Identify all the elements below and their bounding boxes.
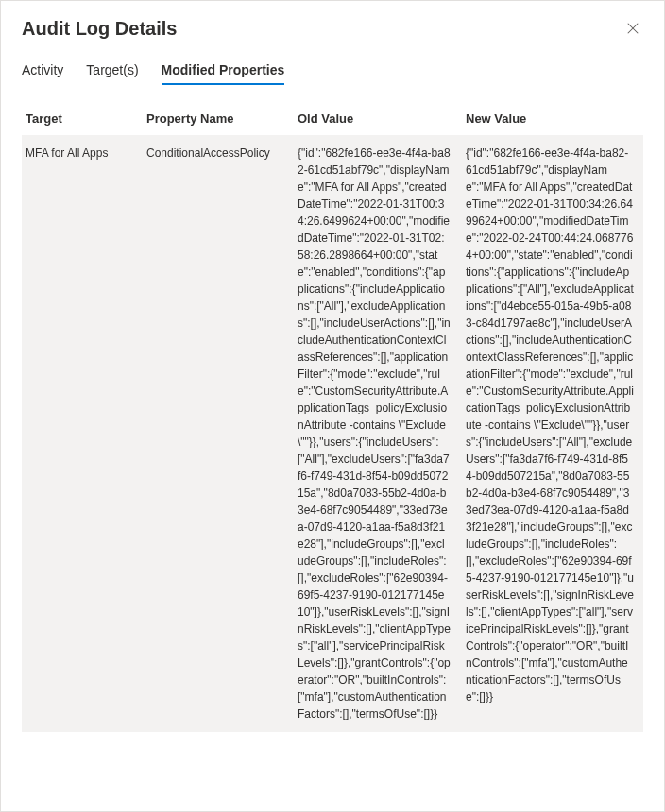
- panel-header: Audit Log Details: [22, 18, 643, 42]
- close-button[interactable]: [622, 18, 643, 42]
- close-icon: [626, 22, 639, 38]
- tab-activity[interactable]: Activity: [22, 62, 63, 85]
- col-header-property-name: Property Name: [146, 111, 298, 126]
- tab-bar: Activity Target(s) Modified Properties: [22, 62, 643, 85]
- table-row: MFA for All Apps ConditionalAccessPolicy…: [22, 135, 643, 732]
- col-header-new-value: New Value: [466, 111, 634, 126]
- tab-targets[interactable]: Target(s): [86, 62, 138, 85]
- cell-new-value: {"id":"682fe166-ee3e-4f4a-ba82-61cd51abf…: [466, 144, 634, 705]
- audit-log-details-panel: Audit Log Details Activity Target(s) Mod…: [1, 1, 664, 811]
- cell-old-value: {"id":"682fe166-ee3e-4f4a-ba82-61cd51abf…: [298, 144, 466, 722]
- cell-property-name: ConditionalAccessPolicy: [146, 144, 298, 161]
- col-header-old-value: Old Value: [298, 111, 466, 126]
- table-header-row: Target Property Name Old Value New Value: [22, 102, 643, 135]
- cell-target: MFA for All Apps: [26, 144, 146, 161]
- col-header-target: Target: [26, 111, 146, 126]
- modified-properties-table: Target Property Name Old Value New Value…: [22, 102, 643, 794]
- page-title: Audit Log Details: [22, 18, 177, 40]
- tab-modified-properties[interactable]: Modified Properties: [162, 62, 285, 85]
